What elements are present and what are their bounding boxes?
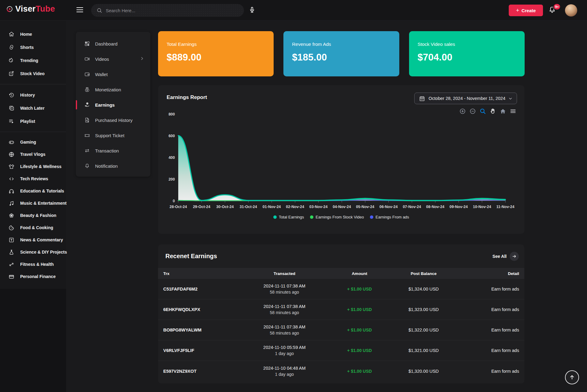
column-header-transacted: Transacted	[239, 271, 330, 276]
sidebar-divider	[0, 84, 66, 84]
tshirt-icon	[8, 163, 15, 170]
menu-item-support-ticket[interactable]: Support Ticket	[76, 128, 150, 143]
code-icon	[8, 175, 15, 182]
date-range-picker[interactable]: October 28, 2024 - November 11, 2024	[414, 93, 517, 104]
dumbbell-icon	[8, 261, 15, 268]
svg-text:31-Oct-24: 31-Oct-24	[240, 205, 257, 209]
user-avatar[interactable]	[565, 4, 577, 16]
post-balance: $1,321.00 USD	[389, 348, 459, 353]
sidebar-item-label: Music & Entertainment	[20, 201, 67, 206]
earnings-area-chart[interactable]: 020040060080028-Oct-2429-Oct-2430-Oct-24…	[164, 111, 518, 217]
menu-item-label: Support Ticket	[95, 133, 144, 138]
voice-search-button[interactable]	[246, 5, 257, 16]
trx-id: 6EHKFWQDLXPX	[158, 307, 239, 312]
sidebar-group-library: History Watch Later Playlist	[0, 88, 66, 128]
sidebar-item-label: News & Commentary	[20, 237, 63, 242]
amount: + $1.00 USD	[330, 328, 389, 332]
sidebar-item-lifestyle-wellness[interactable]: Lifestyle & Wellness	[0, 160, 66, 173]
sidebar-item-trending[interactable]: Trending	[0, 54, 66, 67]
sidebar-item-history[interactable]: History	[0, 88, 66, 101]
stat-value: $704.00	[418, 52, 516, 63]
svg-text:0: 0	[173, 199, 175, 203]
sidebar-item-travel-vlogs[interactable]: Travel Vlogs	[0, 148, 66, 160]
legend-item-stock-video[interactable]: Earnings From Stock Video	[310, 215, 364, 219]
amount: + $1.00 USD	[330, 307, 389, 312]
sidebar-divider	[0, 132, 66, 132]
scroll-to-top-button[interactable]	[565, 370, 579, 384]
sidebar-item-music-entertainment[interactable]: Music & Entertainment	[0, 197, 66, 209]
search-input[interactable]	[106, 8, 239, 13]
transacted-cell: 2024-11-10 05:59 AM 1 day ago	[239, 345, 330, 356]
transaction-date: 2024-11-11 07:38 AM	[239, 324, 330, 329]
see-all-button[interactable]: See All	[493, 252, 519, 261]
flask-icon	[8, 249, 15, 255]
menu-item-videos[interactable]: Videos	[76, 51, 150, 67]
sidebar-item-tech-reviews[interactable]: Tech Reviews	[0, 173, 66, 185]
svg-text:09-Nov-24: 09-Nov-24	[449, 205, 468, 209]
date-range-value: October 28, 2024 - November 11, 2024	[429, 96, 505, 101]
menu-item-notification[interactable]: Notification	[76, 158, 150, 174]
sidebar-item-label: Fitness & Health	[20, 262, 54, 267]
sidebar-group-categories: Gaming Travel Vlogs Lifestyle & Wellness…	[0, 136, 66, 283]
transaction-ago: 58 minutes ago	[239, 331, 330, 335]
detail: Earn form ads	[458, 348, 524, 353]
table-title: Recenet Earnings	[165, 253, 217, 260]
sidebar-item-news-commentary[interactable]: News & Commentary	[0, 234, 66, 246]
sidebar-item-beauty-fashion[interactable]: Beauty & Fashion	[0, 209, 66, 222]
app-logo[interactable]: ViserTube	[6, 4, 55, 14]
document-dollar-icon	[84, 117, 90, 123]
svg-text:05-Nov-24: 05-Nov-24	[356, 205, 375, 209]
notifications-button[interactable]: 9+	[548, 5, 558, 15]
menu-item-earnings[interactable]: Earnings	[76, 97, 150, 112]
svg-text:11-Nov-24: 11-Nov-24	[496, 205, 514, 209]
sidebar-item-science-diy[interactable]: Science & DIY Projects	[0, 246, 66, 258]
sidebar-item-home[interactable]: Home	[0, 27, 66, 41]
menu-item-transaction[interactable]: Transaction	[76, 143, 150, 158]
gamepad-icon	[8, 139, 15, 145]
sidebar-item-label: Tech Reviews	[20, 176, 48, 181]
detail: Earn form ads	[458, 369, 524, 374]
menu-item-dashboard[interactable]: Dashboard	[76, 36, 150, 51]
transaction-ago: 58 minutes ago	[239, 290, 330, 295]
legend-item-total-earnings[interactable]: Total Earnings	[273, 215, 304, 219]
sidebar-item-label: Watch Later	[20, 106, 45, 111]
trending-flame-icon	[8, 57, 15, 64]
post-balance: $1,324.00 USD	[389, 287, 459, 291]
video-camera-icon	[84, 56, 90, 62]
stat-card-total-earnings: Total Earnings $889.00	[158, 31, 274, 76]
sidebar-item-shorts[interactable]: Shorts	[0, 41, 66, 54]
table-row: E597V2NZ9XOT 2024-11-10 04:48 AM 1 day a…	[158, 361, 524, 381]
sidebar-item-label: Science & DIY Projects	[20, 250, 67, 255]
create-button[interactable]: + Create	[509, 5, 543, 16]
legend-item-ads[interactable]: Earnings From ads	[370, 215, 409, 219]
sidebar-item-food-cooking[interactable]: Food & Cooking	[0, 222, 66, 234]
svg-text:07-Nov-24: 07-Nov-24	[403, 205, 421, 209]
menu-item-purchased-history[interactable]: Purchased History	[76, 112, 150, 128]
svg-text:200: 200	[168, 177, 175, 181]
chart-legend: Total Earnings Earnings From Stock Video…	[158, 215, 524, 219]
svg-text:10-Nov-24: 10-Nov-24	[473, 205, 491, 209]
menu-item-label: Notification	[95, 163, 144, 169]
stat-title: Total Earnings	[167, 42, 265, 47]
stat-value: $185.00	[292, 52, 390, 63]
plus-icon: +	[516, 7, 519, 13]
sidebar-item-education-tutorials[interactable]: Education & Tutorials	[0, 185, 66, 197]
stat-card-stock-video-sales: Stock Video sales $704.00	[409, 31, 525, 76]
column-header-trx: Trx	[158, 271, 239, 276]
table-row: 6EHKFWQDLXPX 2024-11-11 07:38 AM 58 minu…	[158, 299, 524, 320]
menu-item-label: Transaction	[95, 148, 144, 153]
sidebar-item-playlist[interactable]: Playlist	[0, 115, 66, 128]
sidebar-item-gaming[interactable]: Gaming	[0, 136, 66, 148]
sidebar-item-watch-later[interactable]: Watch Later	[0, 101, 66, 115]
menu-item-monetization[interactable]: Monetization	[76, 82, 150, 97]
stat-title: Revenue from Ads	[292, 42, 390, 47]
menu-toggle-button[interactable]	[76, 7, 84, 12]
sidebar-item-label: Education & Tutorials	[20, 189, 64, 193]
menu-item-wallet[interactable]: Wallet	[76, 67, 150, 82]
table-card-header: Recenet Earnings See All	[158, 244, 524, 268]
sidebar-item-stock-video[interactable]: Stock Video	[0, 67, 66, 80]
sidebar-item-personal-finance[interactable]: Personal Finance	[0, 270, 66, 283]
amount: + $1.00 USD	[330, 369, 389, 374]
legend-marker	[310, 215, 313, 219]
sidebar-item-fitness-health[interactable]: Fitness & Health	[0, 258, 66, 270]
